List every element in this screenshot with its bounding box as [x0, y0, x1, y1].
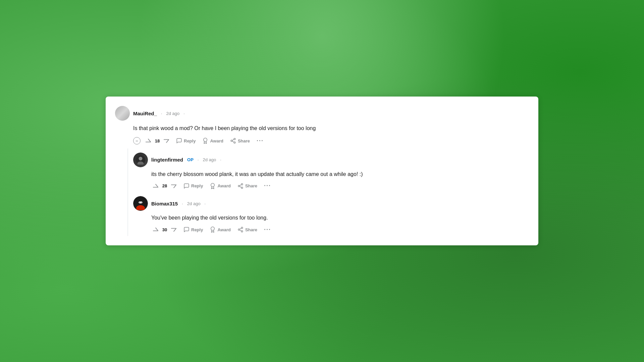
timestamp-mauired: 2d ago — [166, 111, 179, 116]
downvote-button-biomax315[interactable] — [169, 225, 178, 234]
svg-line-13 — [239, 186, 241, 187]
avatar-mauired — [115, 106, 130, 121]
thread-container: lingtenfirmed OP · 2d ago · its the cher… — [115, 148, 528, 236]
share-button-lingtenfirmed[interactable]: Share — [235, 181, 260, 191]
svg-line-28 — [239, 228, 241, 229]
more-options-button-lingtenfirmed[interactable]: ··· — [261, 181, 274, 191]
award-button-lingtenfirmed[interactable]: Award — [207, 181, 233, 191]
avatar-biomax315 — [133, 196, 148, 211]
comment-actions-mauired: − 18 Reply — [115, 136, 528, 146]
reply-button-mauired[interactable]: Reply — [173, 136, 198, 145]
svg-line-5 — [232, 139, 234, 140]
downvote-button-lingtenfirmed[interactable] — [169, 182, 178, 190]
reply-button-lingtenfirmed[interactable]: Reply — [181, 181, 206, 191]
comment-card: MauiRed_ · 2d ago · Is that pink wood a … — [106, 97, 538, 245]
share-button-biomax315[interactable]: Share — [235, 225, 260, 234]
upvote-button-lingtenfirmed[interactable] — [151, 182, 160, 190]
share-button-mauired[interactable]: Share — [227, 136, 253, 145]
award-button-biomax315[interactable]: Award — [207, 225, 233, 234]
award-button-mauired[interactable]: Award — [200, 136, 226, 145]
avatar-lingtenfirmed — [133, 153, 148, 167]
comment-header: MauiRed_ · 2d ago · — [115, 106, 528, 121]
username-biomax315: Biomax315 — [151, 201, 178, 206]
reply-body-lingtenfirmed: its the cherry blossom wood plank, it wa… — [133, 170, 528, 179]
reply-actions-lingtenfirmed: 28 Reply — [133, 181, 528, 191]
more-options-button-biomax315[interactable]: ··· — [261, 225, 274, 235]
thread-line — [127, 148, 128, 236]
vote-count-mauired: 18 — [154, 138, 161, 143]
reply-lingtenfirmed: lingtenfirmed OP · 2d ago · its the cher… — [133, 148, 528, 192]
vote-section-biomax315: 30 — [151, 225, 178, 234]
username-mauired: MauiRed_ — [133, 111, 157, 116]
downvote-button[interactable] — [162, 136, 171, 145]
replies-section: lingtenfirmed OP · 2d ago · its the cher… — [133, 148, 528, 236]
vote-section: 18 — [144, 136, 171, 145]
svg-point-9 — [211, 183, 215, 187]
svg-line-27 — [239, 230, 241, 231]
svg-line-14 — [239, 185, 241, 186]
op-badge: OP — [187, 157, 194, 162]
top-comment: MauiRed_ · 2d ago · Is that pink wood a … — [115, 106, 528, 147]
reply-biomax315: Biomax315 · 2d ago · You've been playing… — [133, 192, 528, 236]
reply-body-biomax315: You've been playing the old versions for… — [133, 214, 528, 222]
vote-count-biomax315: 30 — [161, 227, 168, 232]
collapse-button[interactable]: − — [133, 137, 141, 144]
timestamp-biomax315: 2d ago — [187, 201, 201, 206]
thread-line-wrapper — [115, 148, 133, 236]
vote-count-lingtenfirmed: 28 — [161, 183, 168, 188]
reply-actions-biomax315: 30 Reply — [133, 225, 528, 235]
reply-header-lingtenfirmed: lingtenfirmed OP · 2d ago · — [133, 153, 528, 167]
svg-point-7 — [139, 157, 143, 160]
svg-point-22 — [142, 202, 142, 203]
svg-point-23 — [211, 227, 215, 231]
svg-line-4 — [232, 141, 234, 142]
reply-header-biomax315: Biomax315 · 2d ago · — [133, 196, 528, 211]
username-lingtenfirmed: lingtenfirmed — [151, 157, 183, 163]
svg-point-21 — [140, 202, 140, 203]
comment-body-mauired: Is that pink wood a mod? Or have I been … — [115, 124, 528, 133]
more-options-button-mauired[interactable]: ··· — [254, 136, 266, 146]
upvote-button-biomax315[interactable] — [151, 225, 160, 234]
timestamp-lingtenfirmed: 2d ago — [203, 157, 216, 162]
svg-point-0 — [204, 138, 207, 142]
upvote-button[interactable] — [144, 136, 153, 145]
reply-button-biomax315[interactable]: Reply — [181, 225, 206, 234]
vote-section-lingtenfirmed: 28 — [151, 182, 178, 190]
